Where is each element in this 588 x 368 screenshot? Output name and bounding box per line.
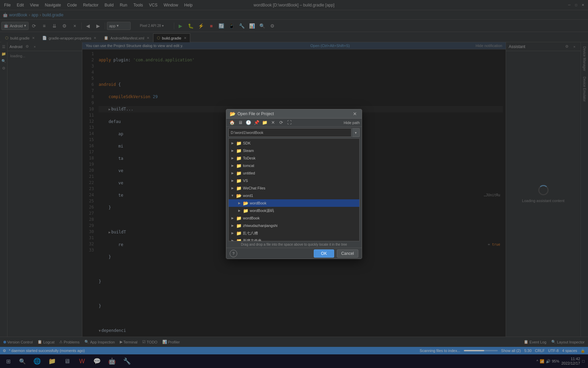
modal-bookmark-btn[interactable]: 📌 bbox=[253, 119, 260, 126]
tree-item-word1[interactable]: ▼ 📂 word1 bbox=[229, 192, 359, 199]
expand-untitled[interactable]: ▶ bbox=[230, 171, 235, 175]
folder-icon-wechat: 📁 bbox=[236, 186, 242, 191]
open-file-dialog: 📂 Open File or Project ✕ 🏠 🖥 🕐 📌 📁 ✕ ⟳ ⛶… bbox=[226, 109, 362, 259]
tree-item-vs[interactable]: ▶ 📁 VS bbox=[229, 177, 359, 184]
expand-tomcat[interactable]: ▶ bbox=[230, 163, 235, 168]
folder-icon-wordbook-proj: 📂 bbox=[243, 201, 248, 206]
tree-item-todesk[interactable]: ▶ 📁 ToDesk bbox=[229, 154, 359, 162]
expand-zhiwu[interactable]: ▶ bbox=[230, 223, 235, 228]
tree-item-wordbook-proj[interactable]: ▶ 📂 wordBook bbox=[229, 199, 359, 207]
tree-label-zhiwu: zhiwudazhanjiangshi bbox=[243, 224, 278, 228]
tree-label-untitled: untitled bbox=[243, 171, 255, 175]
modal-toolbar-left: 🏠 🖥 🕐 📌 📁 ✕ ⟳ ⛶ bbox=[228, 119, 293, 126]
modal-title: 📂 Open File or Project bbox=[230, 111, 274, 117]
folder-open-icon: 📂 bbox=[230, 111, 235, 117]
modal-path-row: ▾ bbox=[228, 128, 360, 137]
modal-path-input[interactable] bbox=[228, 128, 352, 137]
modal-delete-btn[interactable]: ✕ bbox=[269, 119, 277, 126]
tree-item-xinjian1[interactable]: ▶ 📁 新建文件夹 bbox=[229, 237, 359, 241]
expand-word1[interactable]: ▼ bbox=[230, 193, 235, 198]
folder-icon-xinjian1: 📁 bbox=[236, 238, 242, 242]
modal-expand-btn[interactable]: ⛶ bbox=[285, 119, 293, 126]
tree-label-wordbook-source: wordBook源码 bbox=[250, 208, 274, 213]
hide-path-label[interactable]: Hide path bbox=[344, 121, 360, 125]
tree-label-wordbook2: wordBook bbox=[243, 216, 260, 220]
expand-wordbook-proj[interactable]: ▶ bbox=[237, 201, 242, 205]
tree-item-tomcat[interactable]: ▶ 📁 tomcat bbox=[229, 162, 359, 169]
tree-label-sdk: SDK bbox=[243, 141, 251, 145]
tree-label-word1: word1 bbox=[243, 194, 253, 198]
modal-cancel-btn[interactable]: Cancel bbox=[337, 249, 358, 258]
tree-item-untitled[interactable]: ▶ 📁 untitled bbox=[229, 169, 359, 177]
expand-sdk[interactable]: ▶ bbox=[230, 141, 235, 145]
expand-luanqi[interactable]: ▶ bbox=[230, 231, 235, 235]
tree-label-tomcat: tomcat bbox=[243, 164, 254, 168]
modal-close-btn[interactable]: ✕ bbox=[352, 110, 358, 117]
folder-icon-zhiwu: 📁 bbox=[236, 223, 242, 228]
folder-icon-word1: 📂 bbox=[236, 193, 242, 198]
tree-label-todesk: ToDesk bbox=[243, 156, 256, 160]
tree-label-luanqi: 乱七八糟 bbox=[243, 231, 258, 236]
tree-label-steam: Steam bbox=[243, 149, 254, 153]
folder-icon-luanqi: 📁 bbox=[236, 231, 242, 236]
tree-item-sdk[interactable]: ▶ 📁 SDK bbox=[229, 139, 359, 147]
modal-overlay: 📂 Open File or Project ✕ 🏠 🖥 🕐 📌 📁 ✕ ⟳ ⛶… bbox=[0, 0, 588, 368]
modal-tree[interactable]: ▶ 📁 SDK ▶ 📁 Steam ▶ 📁 ToDesk ▶ 📁 tomcat … bbox=[228, 138, 360, 241]
folder-icon-wordbook2: 📁 bbox=[236, 216, 242, 221]
tree-label-vs: VS bbox=[243, 179, 248, 183]
tree-item-wechat[interactable]: ▶ 📁 WeChat Files bbox=[229, 184, 359, 192]
tree-label-wordbook-proj: wordBook bbox=[250, 201, 266, 205]
tree-label-wechat: WeChat Files bbox=[243, 186, 265, 190]
tree-item-wordbook2[interactable]: ▶ 📁 wordBook bbox=[229, 214, 359, 222]
folder-icon-todesk: 📁 bbox=[236, 156, 242, 161]
expand-wordbook-source[interactable]: ▶ bbox=[237, 208, 242, 213]
folder-icon-steam: 📁 bbox=[236, 148, 242, 153]
tree-item-steam[interactable]: ▶ 📁 Steam bbox=[229, 147, 359, 154]
expand-vs[interactable]: ▶ bbox=[230, 178, 235, 183]
tree-item-luanqi[interactable]: ▶ 📁 乱七八糟 bbox=[229, 229, 359, 237]
modal-recent-btn[interactable]: 🕐 bbox=[245, 119, 252, 126]
modal-new-folder-btn[interactable]: 📁 bbox=[261, 119, 268, 126]
modal-path-dropdown[interactable]: ▾ bbox=[352, 128, 360, 137]
modal-help-btn[interactable]: ? bbox=[230, 250, 237, 257]
modal-refresh-btn[interactable]: ⟳ bbox=[277, 119, 285, 126]
folder-icon-wordbook-source: 📁 bbox=[243, 208, 248, 213]
modal-home-btn[interactable]: 🏠 bbox=[228, 119, 236, 126]
modal-ok-btn[interactable]: OK bbox=[314, 249, 334, 258]
folder-icon-tomcat: 📁 bbox=[236, 163, 242, 168]
expand-todesk[interactable]: ▶ bbox=[230, 156, 235, 160]
expand-wordbook2[interactable]: ▶ bbox=[230, 216, 235, 220]
folder-icon-vs: 📁 bbox=[236, 178, 242, 183]
modal-toolbar: 🏠 🖥 🕐 📌 📁 ✕ ⟳ ⛶ Hide path bbox=[226, 119, 362, 127]
expand-wechat[interactable]: ▶ bbox=[230, 186, 235, 190]
modal-footer: ? OK Cancel bbox=[226, 248, 362, 259]
tree-label-xinjian1: 新建文件夹 bbox=[243, 238, 262, 242]
modal-title-text: Open File or Project bbox=[238, 111, 274, 116]
expand-steam[interactable]: ▶ bbox=[230, 148, 235, 153]
folder-icon-untitled: 📁 bbox=[236, 171, 242, 176]
modal-hint: Drag and drop a file into the space abov… bbox=[226, 241, 362, 248]
modal-desktop-btn[interactable]: 🖥 bbox=[236, 119, 244, 126]
tree-item-zhiwu[interactable]: ▶ 📁 zhiwudazhanjiangshi bbox=[229, 222, 359, 229]
modal-header: 📂 Open File or Project ✕ bbox=[226, 109, 362, 119]
folder-icon-sdk: 📁 bbox=[236, 141, 242, 146]
tree-item-wordbook-source[interactable]: ▶ 📁 wordBook源码 bbox=[229, 207, 359, 214]
expand-xinjian1[interactable]: ▶ bbox=[230, 238, 235, 241]
